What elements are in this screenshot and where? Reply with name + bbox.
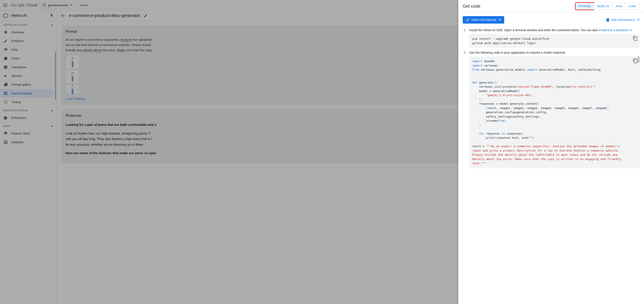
code-scrollbar[interactable] bbox=[638, 56, 640, 63]
open-notebook-button[interactable]: OPEN NOTEBOOK bbox=[463, 16, 504, 23]
sdk-reference-link[interactable]: SDK REFERENCE bbox=[606, 18, 640, 22]
panel-toolbar: OPEN NOTEBOOK SDK REFERENCE bbox=[458, 13, 644, 25]
external-link-icon bbox=[498, 18, 501, 21]
copy-icon[interactable] bbox=[633, 58, 638, 63]
step-2-text: Use the following code in your applicati… bbox=[469, 51, 640, 54]
get-code-panel: Get code PYTHON NODE.JS JAVA CURL OPEN N… bbox=[458, 0, 644, 304]
panel-header: Get code PYTHON NODE.JS JAVA CURL bbox=[458, 0, 644, 13]
tab-java[interactable]: JAVA bbox=[612, 2, 626, 10]
install-code-block: pip install --upgrade google-cloud-aipla… bbox=[469, 34, 640, 48]
step-1-text: Install the Vertex AI SDK: Open a termin… bbox=[469, 28, 640, 32]
panel-body: 1. Install the Vertex AI SDK: Open a ter… bbox=[458, 25, 644, 304]
copy-icon[interactable] bbox=[633, 36, 638, 41]
external-link-icon bbox=[630, 29, 632, 32]
tab-nodejs[interactable]: NODE.JS bbox=[594, 2, 612, 10]
panel-title: Get code bbox=[463, 4, 480, 9]
external-link-icon bbox=[636, 18, 640, 21]
language-tabs: PYTHON NODE.JS JAVA CURL bbox=[576, 2, 640, 10]
link-icon bbox=[466, 18, 470, 22]
virtualenv-link[interactable]: install it in a virtualenv bbox=[599, 28, 632, 32]
step-1: 1. Install the Vertex AI SDK: Open a ter… bbox=[463, 28, 640, 48]
step-2: 2. Use the following code in your applic… bbox=[463, 51, 640, 168]
book-icon bbox=[606, 18, 610, 22]
python-code-block: import base64 import vertexai from verte… bbox=[469, 56, 640, 168]
tab-python[interactable]: PYTHON bbox=[576, 2, 594, 10]
tab-curl[interactable]: CURL bbox=[626, 2, 640, 10]
